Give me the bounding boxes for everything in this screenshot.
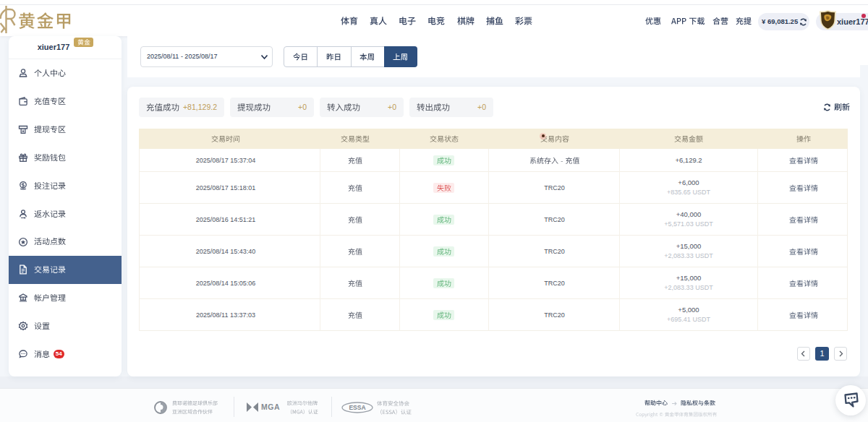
svg-text:ESSA: ESSA xyxy=(349,404,365,411)
